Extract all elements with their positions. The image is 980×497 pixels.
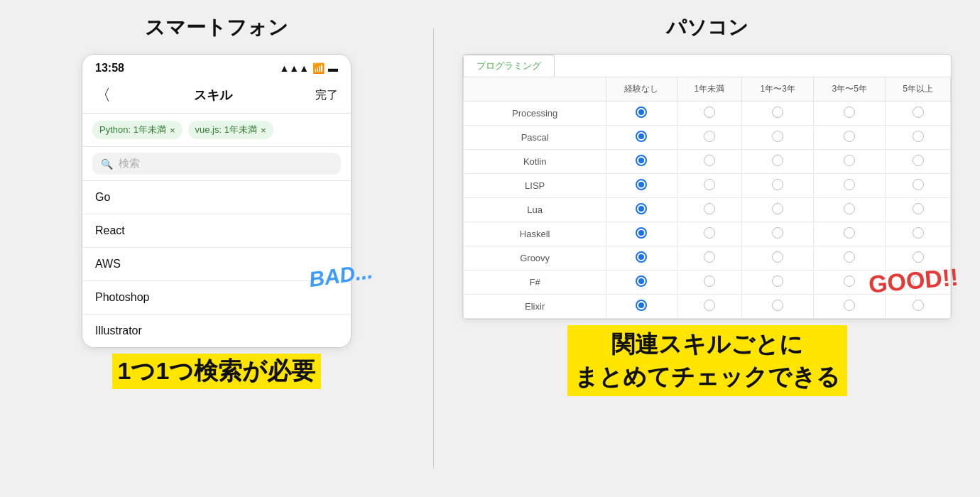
radio-cell[interactable] bbox=[886, 102, 951, 126]
radio-selected[interactable] bbox=[636, 251, 647, 263]
col-header-name bbox=[464, 77, 606, 102]
radio-cell[interactable] bbox=[814, 198, 886, 222]
radio-empty[interactable] bbox=[772, 251, 783, 263]
radio-cell[interactable] bbox=[814, 150, 886, 174]
radio-cell[interactable] bbox=[814, 174, 886, 198]
radio-empty[interactable] bbox=[704, 131, 715, 142]
search-icon: 🔍 bbox=[101, 158, 113, 170]
radio-cell[interactable] bbox=[677, 271, 742, 295]
tag-python[interactable]: Python: 1年未満 × bbox=[92, 121, 183, 139]
radio-empty[interactable] bbox=[844, 227, 855, 239]
radio-cell[interactable] bbox=[886, 174, 951, 198]
radio-cell[interactable] bbox=[814, 246, 886, 271]
radio-cell[interactable] bbox=[677, 102, 742, 126]
radio-empty[interactable] bbox=[704, 106, 715, 118]
radio-cell[interactable] bbox=[606, 198, 677, 222]
radio-cell[interactable] bbox=[606, 102, 677, 126]
tag-python-remove[interactable]: × bbox=[170, 125, 175, 136]
radio-empty[interactable] bbox=[844, 203, 855, 214]
radio-empty[interactable] bbox=[704, 155, 715, 166]
radio-cell[interactable] bbox=[742, 102, 814, 126]
radio-cell[interactable] bbox=[886, 295, 951, 319]
radio-cell[interactable] bbox=[886, 222, 951, 246]
radio-cell[interactable] bbox=[677, 198, 742, 222]
radio-cell[interactable] bbox=[814, 102, 886, 126]
tag-vuejs[interactable]: vue.js: 1年未満 × bbox=[188, 121, 273, 139]
table-row: Haskell bbox=[464, 222, 951, 246]
radio-empty[interactable] bbox=[913, 203, 924, 214]
radio-cell[interactable] bbox=[742, 150, 814, 174]
radio-empty[interactable] bbox=[913, 179, 924, 190]
radio-empty[interactable] bbox=[844, 179, 855, 190]
col-header-lt1y: 1年未満 bbox=[677, 77, 742, 102]
tag-vuejs-remove[interactable]: × bbox=[261, 125, 266, 136]
radio-cell[interactable] bbox=[886, 198, 951, 222]
radio-empty[interactable] bbox=[704, 275, 715, 287]
radio-cell[interactable] bbox=[742, 271, 814, 295]
radio-cell[interactable] bbox=[606, 126, 677, 150]
radio-cell[interactable] bbox=[606, 271, 677, 295]
radio-selected[interactable] bbox=[636, 227, 647, 239]
radio-cell[interactable] bbox=[677, 174, 742, 198]
radio-cell[interactable] bbox=[606, 222, 677, 246]
radio-selected[interactable] bbox=[636, 203, 647, 214]
radio-empty[interactable] bbox=[772, 275, 783, 287]
radio-empty[interactable] bbox=[772, 179, 783, 190]
radio-empty[interactable] bbox=[704, 300, 715, 311]
radio-empty[interactable] bbox=[772, 300, 783, 311]
radio-empty[interactable] bbox=[913, 227, 924, 239]
radio-empty[interactable] bbox=[844, 155, 855, 166]
radio-cell[interactable] bbox=[886, 126, 951, 150]
list-item[interactable]: React bbox=[82, 214, 351, 248]
radio-cell[interactable] bbox=[606, 246, 677, 271]
back-button[interactable]: 〈 bbox=[95, 84, 111, 106]
radio-cell[interactable] bbox=[814, 222, 886, 246]
radio-cell[interactable] bbox=[677, 126, 742, 150]
radio-cell[interactable] bbox=[677, 246, 742, 271]
radio-selected[interactable] bbox=[636, 300, 647, 311]
radio-empty[interactable] bbox=[844, 106, 855, 118]
radio-empty[interactable] bbox=[844, 300, 855, 311]
radio-cell[interactable] bbox=[742, 246, 814, 271]
radio-empty[interactable] bbox=[704, 203, 715, 214]
radio-cell[interactable] bbox=[677, 222, 742, 246]
radio-empty[interactable] bbox=[772, 106, 783, 118]
radio-selected[interactable] bbox=[636, 179, 647, 190]
radio-selected[interactable] bbox=[636, 155, 647, 166]
radio-cell[interactable] bbox=[814, 126, 886, 150]
radio-empty[interactable] bbox=[913, 300, 924, 311]
radio-cell[interactable] bbox=[606, 150, 677, 174]
radio-empty[interactable] bbox=[772, 155, 783, 166]
radio-empty[interactable] bbox=[913, 106, 924, 118]
table-tab[interactable]: プログラミング bbox=[463, 55, 555, 77]
radio-empty[interactable] bbox=[913, 131, 924, 142]
list-item[interactable]: Go bbox=[82, 181, 351, 214]
search-box[interactable]: 🔍 検索 bbox=[92, 153, 341, 175]
radio-cell[interactable] bbox=[742, 222, 814, 246]
radio-cell[interactable] bbox=[886, 150, 951, 174]
radio-selected[interactable] bbox=[636, 106, 647, 118]
radio-cell[interactable] bbox=[677, 150, 742, 174]
radio-empty[interactable] bbox=[704, 227, 715, 239]
radio-cell[interactable] bbox=[742, 126, 814, 150]
done-button[interactable]: 完了 bbox=[315, 88, 338, 103]
radio-empty[interactable] bbox=[772, 203, 783, 214]
radio-cell[interactable] bbox=[606, 174, 677, 198]
radio-cell[interactable] bbox=[742, 174, 814, 198]
list-item[interactable]: Illustrator bbox=[82, 315, 351, 347]
radio-empty[interactable] bbox=[844, 131, 855, 142]
radio-empty[interactable] bbox=[844, 251, 855, 263]
radio-cell[interactable] bbox=[606, 295, 677, 319]
radio-empty[interactable] bbox=[844, 275, 855, 287]
radio-empty[interactable] bbox=[913, 251, 924, 263]
radio-selected[interactable] bbox=[636, 131, 647, 142]
radio-empty[interactable] bbox=[704, 179, 715, 190]
radio-selected[interactable] bbox=[636, 275, 647, 287]
radio-empty[interactable] bbox=[913, 155, 924, 166]
radio-cell[interactable] bbox=[742, 198, 814, 222]
radio-cell[interactable] bbox=[742, 295, 814, 319]
radio-empty[interactable] bbox=[772, 227, 783, 239]
radio-empty[interactable] bbox=[704, 251, 715, 263]
radio-empty[interactable] bbox=[772, 131, 783, 142]
radio-cell[interactable] bbox=[677, 295, 742, 319]
